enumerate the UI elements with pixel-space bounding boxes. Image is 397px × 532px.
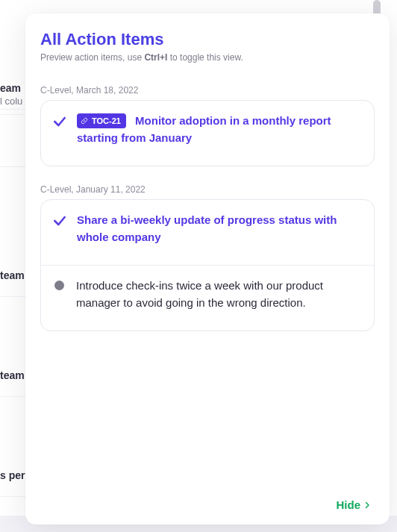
issue-tag[interactable]: TOC-21: [77, 113, 126, 129]
action-item[interactable]: Introduce check-ins twice a week with ou…: [41, 265, 374, 331]
hide-button[interactable]: Hide: [334, 495, 373, 514]
action-item-body: TOC-21 Monitor adoption in a monthly rep…: [77, 113, 360, 146]
action-items-card: Share a bi-weekly update of progress sta…: [40, 199, 375, 331]
action-item-body: Introduce check-ins twice a week with ou…: [76, 278, 360, 311]
action-item[interactable]: Share a bi-weekly update of progress sta…: [41, 200, 374, 265]
link-icon: [81, 117, 88, 125]
action-items-card: TOC-21 Monitor adoption in a monthly rep…: [40, 100, 375, 166]
panel-subtitle-shortcut: Ctrl+I: [144, 52, 167, 63]
action-item-text: Introduce check-ins twice a week with ou…: [76, 279, 323, 309]
action-item-text: Share a bi-weekly update of progress sta…: [77, 213, 337, 243]
chevron-right-icon: [363, 501, 372, 510]
group-label: C-Level, January 11, 2022: [40, 184, 375, 195]
group-label: C-Level, March 18, 2022: [40, 85, 375, 96]
action-item[interactable]: TOC-21 Monitor adoption in a monthly rep…: [41, 101, 374, 166]
action-item-body: Share a bi-weekly update of progress sta…: [77, 212, 360, 245]
panel-footer: Hide: [40, 491, 375, 514]
issue-tag-label: TOC-21: [92, 115, 121, 128]
panel-subtitle-pre: Preview action items, use: [40, 52, 144, 63]
checkmark-icon[interactable]: [51, 113, 68, 130]
action-items-panel: All Action Items Preview action items, u…: [25, 13, 390, 525]
hide-button-label: Hide: [336, 498, 360, 511]
panel-subtitle: Preview action items, use Ctrl+I to togg…: [40, 52, 375, 63]
panel-subtitle-post: to toggle this view.: [167, 52, 243, 63]
checkmark-icon[interactable]: [51, 213, 68, 229]
bullet-icon[interactable]: [54, 281, 64, 290]
panel-title: All Action Items: [40, 30, 375, 49]
